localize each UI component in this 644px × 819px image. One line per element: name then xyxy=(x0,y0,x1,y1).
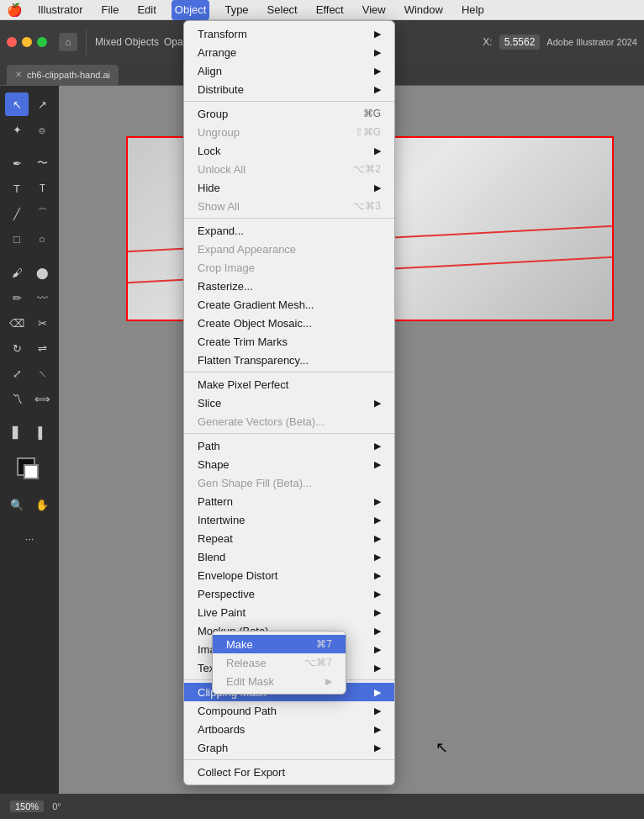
menu-object[interactable]: Object xyxy=(172,0,210,20)
menu-flatten-transparency[interactable]: Flatten Transparency... xyxy=(184,351,394,369)
blob-brush-tool[interactable]: ⬤ xyxy=(30,261,54,284)
menu-effect[interactable]: Effect xyxy=(313,0,347,20)
menu-blend[interactable]: Blend ▶ xyxy=(184,547,394,566)
menu-collect-export[interactable]: Collect For Export xyxy=(184,763,394,781)
menu-group[interactable]: Group ⌘G xyxy=(184,104,394,123)
pencil-tools: ✏ 〰 xyxy=(5,286,54,309)
menu-arrange[interactable]: Arrange ▶ xyxy=(184,43,394,61)
make-shortcut: ⌘7 xyxy=(316,638,332,650)
menu-pattern[interactable]: Pattern ▶ xyxy=(184,492,394,510)
menu-artboards[interactable]: Artboards ▶ xyxy=(184,720,394,738)
menu-ungroup[interactable]: Ungroup ⇧⌘G xyxy=(184,123,394,141)
selection-tool[interactable]: ↖ xyxy=(5,92,29,116)
menu-slice[interactable]: Slice ▶ xyxy=(184,394,394,412)
bar-graph-tool[interactable]: ▌ xyxy=(30,420,54,444)
color-swatches[interactable] xyxy=(17,457,42,483)
close-button[interactable] xyxy=(7,37,17,47)
eraser-tool[interactable]: ⌫ xyxy=(5,311,29,335)
clipping-mask-make[interactable]: Make ⌘7 xyxy=(213,635,346,653)
submenu-arrow: ▶ xyxy=(374,724,381,735)
pencil-tool[interactable]: ✏ xyxy=(5,286,29,309)
menu-lock[interactable]: Lock ▶ xyxy=(184,141,394,160)
width-tool[interactable]: ⟺ xyxy=(30,387,54,410)
menu-expand-appearance[interactable]: Expand Appearance xyxy=(184,240,394,258)
scale-tool[interactable]: ⤢ xyxy=(5,362,29,385)
menu-illustrator[interactable]: Illustrator xyxy=(34,0,86,20)
menu-help[interactable]: Help xyxy=(458,0,488,20)
menu-pixel-perfect[interactable]: Make Pixel Perfect xyxy=(184,375,394,394)
type-tool[interactable]: T xyxy=(5,177,29,200)
menu-repeat[interactable]: Repeat ▶ xyxy=(184,529,394,547)
pen-tool[interactable]: ✒ xyxy=(5,151,29,175)
menu-intertwine[interactable]: Intertwine ▶ xyxy=(184,510,394,529)
menu-file[interactable]: File xyxy=(98,0,122,20)
reflect-tool[interactable]: ⇌ xyxy=(30,336,54,360)
document-tab[interactable]: ✕ ch6-clippath-hand.ai xyxy=(7,65,119,85)
column-graph-tool[interactable]: ▋ xyxy=(5,420,29,444)
menu-crop-image[interactable]: Crop Image xyxy=(184,258,394,277)
release-shortcut: ⌥⌘7 xyxy=(304,657,332,668)
arc-tool[interactable]: ⌒ xyxy=(30,202,54,225)
menu-type[interactable]: Type xyxy=(221,0,251,20)
curvature-tool[interactable]: 〜 xyxy=(30,151,54,175)
lasso-tool[interactable]: ⌾ xyxy=(30,118,54,141)
submenu-arrow: ▶ xyxy=(374,570,381,581)
lasso-tools: ✦ ⌾ xyxy=(5,118,54,141)
smooth-tool[interactable]: 〰 xyxy=(30,286,54,309)
hand-tool[interactable]: ✋ xyxy=(30,493,54,516)
clipping-mask-edit[interactable]: Edit Mask ▶ xyxy=(213,672,346,690)
color-tools xyxy=(17,457,42,483)
line-segment-tool[interactable]: ╱ xyxy=(5,202,29,225)
menu-live-paint[interactable]: Live Paint ▶ xyxy=(184,603,394,621)
submenu-arrow: ▶ xyxy=(374,705,381,716)
maximize-button[interactable] xyxy=(37,37,47,47)
ellipse-tool[interactable]: ○ xyxy=(30,227,54,251)
menu-hide[interactable]: Hide ▶ xyxy=(184,178,394,197)
more-tools[interactable]: ··· xyxy=(18,526,41,550)
menu-view[interactable]: View xyxy=(359,0,389,20)
stroke-color[interactable] xyxy=(24,464,39,479)
menu-align[interactable]: Align ▶ xyxy=(184,61,394,80)
menu-path[interactable]: Path ▶ xyxy=(184,436,394,455)
menu-generate-vectors[interactable]: Generate Vectors (Beta)... xyxy=(184,412,394,431)
direct-selection-tool[interactable]: ↗ xyxy=(30,92,54,116)
magic-wand-tool[interactable]: ✦ xyxy=(5,118,29,141)
zoom-tool[interactable]: 🔍 xyxy=(5,493,29,516)
submenu-arrow: ▶ xyxy=(374,742,381,753)
touch-type-tool[interactable]: Ｔ xyxy=(30,177,54,200)
menu-envelope-distort[interactable]: Envelope Distort ▶ xyxy=(184,566,394,584)
tab-close-icon[interactable]: ✕ xyxy=(15,70,22,79)
apple-menu[interactable]: 🍎 xyxy=(7,3,23,18)
menu-distribute[interactable]: Distribute ▶ xyxy=(184,80,394,98)
menu-rasterize[interactable]: Rasterize... xyxy=(184,277,394,295)
menu-gen-shape-fill[interactable]: Gen Shape Fill (Beta)... xyxy=(184,473,394,492)
menu-select[interactable]: Select xyxy=(264,0,301,20)
menu-shape[interactable]: Shape ▶ xyxy=(184,455,394,473)
menu-unlock-all[interactable]: Unlock All ⌥⌘2 xyxy=(184,160,394,178)
shear-tool[interactable]: ⟍ xyxy=(30,362,54,385)
zoom-control[interactable]: 150% xyxy=(10,801,44,812)
rotate-tool[interactable]: ↻ xyxy=(5,336,29,360)
clipping-mask-release[interactable]: Release ⌥⌘7 xyxy=(213,653,346,672)
x-value[interactable]: 5.5562 xyxy=(499,34,541,50)
scissors-tool[interactable]: ✂ xyxy=(30,311,54,335)
menu-expand[interactable]: Expand... xyxy=(184,221,394,240)
paintbrush-tool[interactable]: 🖌 xyxy=(5,261,29,284)
rotation-value[interactable]: 0° xyxy=(52,801,61,811)
warp-tool[interactable]: 〽 xyxy=(5,387,29,410)
menu-gradient-mesh[interactable]: Create Gradient Mesh... xyxy=(184,295,394,314)
home-button[interactable]: ⌂ xyxy=(59,33,77,51)
menu-show-all[interactable]: Show All ⌥⌘3 xyxy=(184,197,394,215)
rectangle-tool[interactable]: □ xyxy=(5,227,29,251)
menu-transform[interactable]: Transform ▶ xyxy=(184,24,394,43)
menu-bar: 🍎 Illustrator File Edit Object Type Sele… xyxy=(0,0,644,20)
zoom-value[interactable]: 150% xyxy=(10,801,44,812)
menu-compound-path[interactable]: Compound Path ▶ xyxy=(184,701,394,720)
menu-trim-marks[interactable]: Create Trim Marks xyxy=(184,332,394,351)
menu-window[interactable]: Window xyxy=(401,0,446,20)
minimize-button[interactable] xyxy=(22,37,32,47)
menu-graph[interactable]: Graph ▶ xyxy=(184,738,394,757)
menu-object-mosaic[interactable]: Create Object Mosaic... xyxy=(184,314,394,332)
menu-perspective[interactable]: Perspective ▶ xyxy=(184,584,394,603)
menu-edit[interactable]: Edit xyxy=(134,0,159,20)
